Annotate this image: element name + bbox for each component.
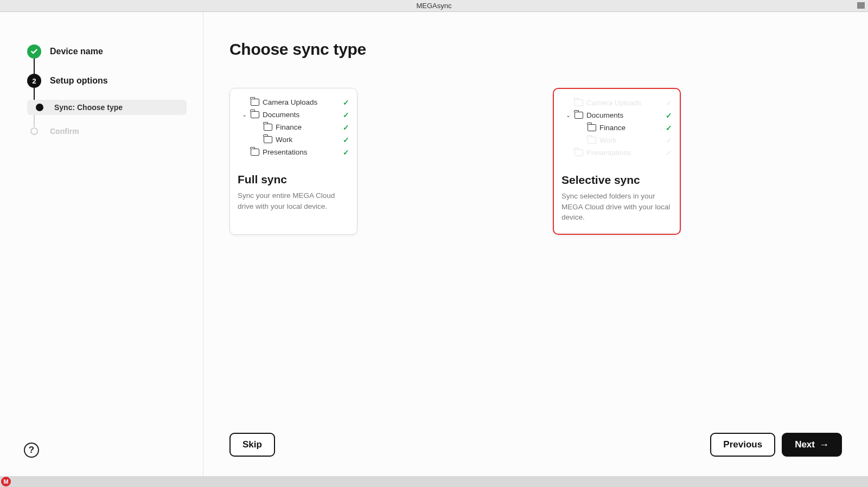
mega-taskbar-icon[interactable]: M bbox=[1, 477, 11, 486]
card-description: Sync selected folders in your MEGA Cloud… bbox=[561, 191, 672, 223]
step-device-name[interactable]: Device name bbox=[27, 44, 187, 59]
wizard-footer: Skip Previous Next → bbox=[229, 433, 842, 457]
window-titlebar: MEGAsync bbox=[0, 0, 868, 12]
next-button[interactable]: Next → bbox=[782, 433, 842, 457]
substep-dot-icon bbox=[36, 104, 43, 111]
question-icon: ? bbox=[29, 445, 34, 456]
substep-dot-icon bbox=[30, 127, 38, 135]
step-number-badge: 2 bbox=[27, 74, 41, 88]
checkmark-icon: ✓ bbox=[343, 123, 349, 132]
tree-row: Camera Uploads ✓ bbox=[561, 97, 672, 109]
checkmark-icon: ✓ bbox=[666, 149, 672, 157]
step-connector bbox=[34, 115, 35, 127]
folder-icon bbox=[251, 99, 259, 106]
previous-button[interactable]: Previous bbox=[710, 433, 775, 457]
tree-row: Presentations ✓ bbox=[238, 146, 349, 158]
tree-label: Finance bbox=[276, 123, 340, 131]
substep-confirm: Confirm bbox=[27, 127, 187, 136]
tree-label: Camera Uploads bbox=[586, 99, 662, 107]
next-button-label: Next bbox=[795, 439, 815, 450]
folder-icon bbox=[251, 149, 259, 156]
help-button[interactable]: ? bbox=[24, 443, 39, 458]
card-title: Full sync bbox=[238, 173, 349, 186]
page-title: Choose sync type bbox=[229, 40, 842, 59]
checkmark-icon: ✓ bbox=[666, 111, 672, 120]
tree-label: Presentations bbox=[586, 149, 662, 157]
folder-icon bbox=[264, 124, 272, 131]
checkmark-icon: ✓ bbox=[343, 136, 349, 144]
tree-row: Work ✓ bbox=[561, 134, 672, 146]
tree-row: Finance ✓ bbox=[561, 121, 672, 134]
folder-icon bbox=[575, 149, 583, 156]
card-title: Selective sync bbox=[561, 174, 672, 187]
folder-icon bbox=[588, 124, 596, 131]
checkmark-icon: ✓ bbox=[343, 148, 349, 157]
full-sync-card[interactable]: Camera Uploads ✓ ⌄ Documents ✓ Finance ✓ bbox=[229, 88, 358, 235]
app-body: Device name 2 Setup options Sync: Choose… bbox=[0, 12, 868, 476]
tree-label: Finance bbox=[599, 124, 662, 132]
step-label: Device name bbox=[50, 47, 103, 56]
step-connector bbox=[34, 59, 35, 74]
card-description: Sync your entire MEGA Cloud drive with y… bbox=[238, 190, 349, 212]
tree-label: Documents bbox=[263, 111, 340, 119]
tree-label: Work bbox=[599, 136, 662, 144]
substep-label: Sync: Choose type bbox=[54, 103, 123, 112]
tree-label: Presentations bbox=[263, 148, 340, 156]
tree-label: Documents bbox=[586, 111, 662, 119]
tree-label: Camera Uploads bbox=[263, 98, 340, 106]
setup-stepper-sidebar: Device name 2 Setup options Sync: Choose… bbox=[0, 12, 203, 476]
substep-label: Confirm bbox=[50, 127, 79, 136]
os-taskbar[interactable]: M bbox=[0, 476, 868, 487]
checkmark-icon: ✓ bbox=[343, 111, 349, 119]
step-connector bbox=[34, 88, 35, 100]
checkmark-icon: ✓ bbox=[666, 99, 672, 107]
checkmark-icon bbox=[27, 44, 41, 59]
tree-row: ⌄ Documents ✓ bbox=[561, 109, 672, 121]
tree-row: Work ✓ bbox=[238, 133, 349, 146]
main-content: Choose sync type Camera Uploads ✓ ⌄ Docu… bbox=[203, 12, 868, 476]
selective-sync-tree-preview: Camera Uploads ✓ ⌄ Documents ✓ Finance ✓ bbox=[561, 97, 672, 162]
window-maximize-button[interactable] bbox=[857, 2, 865, 9]
sync-type-options: Camera Uploads ✓ ⌄ Documents ✓ Finance ✓ bbox=[229, 88, 842, 235]
folder-icon bbox=[588, 137, 596, 144]
checkmark-icon: ✓ bbox=[343, 98, 349, 107]
skip-button[interactable]: Skip bbox=[229, 433, 275, 457]
folder-icon bbox=[575, 99, 583, 106]
arrow-right-icon: → bbox=[819, 439, 829, 451]
chevron-down-icon: ⌄ bbox=[565, 112, 571, 119]
checkmark-icon: ✓ bbox=[666, 124, 672, 132]
tree-row: Finance ✓ bbox=[238, 121, 349, 133]
window-title: MEGAsync bbox=[416, 2, 451, 10]
selective-sync-card[interactable]: Camera Uploads ✓ ⌄ Documents ✓ Finance ✓ bbox=[553, 88, 681, 235]
full-sync-tree-preview: Camera Uploads ✓ ⌄ Documents ✓ Finance ✓ bbox=[238, 96, 349, 161]
folder-icon bbox=[251, 111, 259, 118]
tree-row: Camera Uploads ✓ bbox=[238, 96, 349, 108]
tree-label: Work bbox=[276, 136, 340, 144]
step-label: Setup options bbox=[50, 76, 108, 86]
tree-row: Presentations ✓ bbox=[561, 146, 672, 159]
step-setup-options[interactable]: 2 Setup options bbox=[27, 74, 187, 88]
checkmark-icon: ✓ bbox=[666, 136, 672, 145]
folder-icon bbox=[575, 112, 583, 119]
tree-row: ⌄ Documents ✓ bbox=[238, 108, 349, 121]
substep-choose-type[interactable]: Sync: Choose type bbox=[27, 100, 187, 115]
chevron-down-icon: ⌄ bbox=[241, 111, 247, 118]
folder-icon bbox=[264, 136, 272, 143]
